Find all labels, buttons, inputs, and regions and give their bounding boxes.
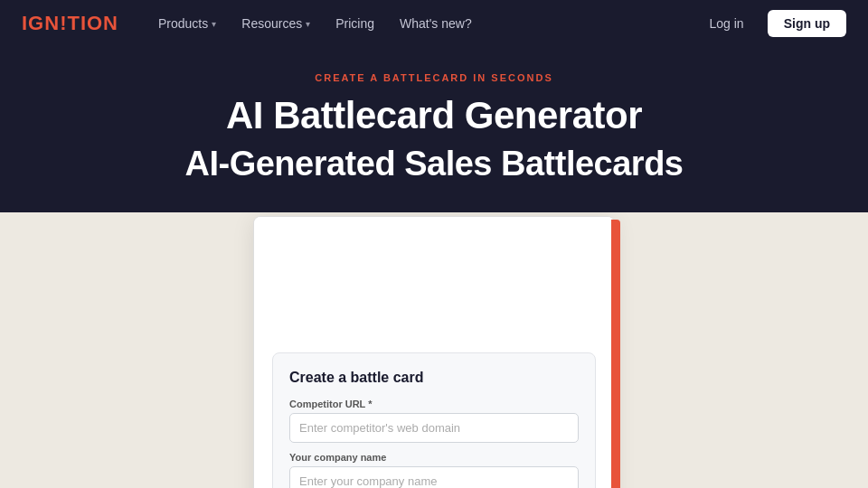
battle-card-form: Create a battle card Competitor URL * Yo… (272, 352, 596, 488)
logo-text: IGN!TION (22, 12, 118, 34)
preview-top-space (254, 217, 614, 325)
preview-card: Create a battle card Competitor URL * Yo… (253, 216, 615, 488)
logo[interactable]: IGN!TION (22, 12, 118, 35)
hero-eyebrow: CREATE A BATTLECARD IN SECONDS (0, 72, 868, 83)
nav-links: Products ▾ Resources ▾ Pricing What's ne… (147, 11, 697, 36)
navbar: IGN!TION Products ▾ Resources ▾ Pricing … (0, 0, 868, 47)
nav-products[interactable]: Products ▾ (147, 11, 227, 36)
orange-accent-bar (611, 220, 620, 488)
preview-inner: Create a battle card Competitor URL * Yo… (254, 325, 614, 488)
chevron-down-icon: ▾ (212, 19, 216, 29)
nav-right: Log in Sign up (697, 10, 846, 37)
body-area: Create a battle card Competitor URL * Yo… (0, 212, 868, 488)
nav-pricing[interactable]: Pricing (325, 11, 385, 36)
nav-resources[interactable]: Resources ▾ (231, 11, 321, 36)
company-name-label: Your company name (289, 452, 579, 463)
chevron-down-icon: ▾ (306, 19, 310, 29)
nav-whats-new-label: What's new? (400, 16, 472, 31)
nav-whats-new[interactable]: What's new? (389, 11, 483, 36)
login-button[interactable]: Log in (697, 11, 757, 36)
form-title: Create a battle card (289, 370, 579, 386)
competitor-url-input[interactable] (289, 413, 579, 443)
nav-products-label: Products (158, 16, 208, 31)
hero-title: AI Battlecard Generator (0, 94, 868, 137)
signup-button[interactable]: Sign up (768, 10, 846, 37)
app-preview: Create a battle card Competitor URL * Yo… (253, 212, 615, 488)
logo-accent: ! (60, 12, 67, 34)
company-name-input[interactable] (289, 466, 579, 488)
nav-resources-label: Resources (241, 16, 302, 31)
hero-subtitle: AI-Generated Sales Battlecards (0, 145, 868, 183)
hero-section: CREATE A BATTLECARD IN SECONDS AI Battle… (0, 47, 868, 212)
competitor-url-label: Competitor URL * (289, 399, 579, 409)
nav-pricing-label: Pricing (335, 16, 374, 31)
